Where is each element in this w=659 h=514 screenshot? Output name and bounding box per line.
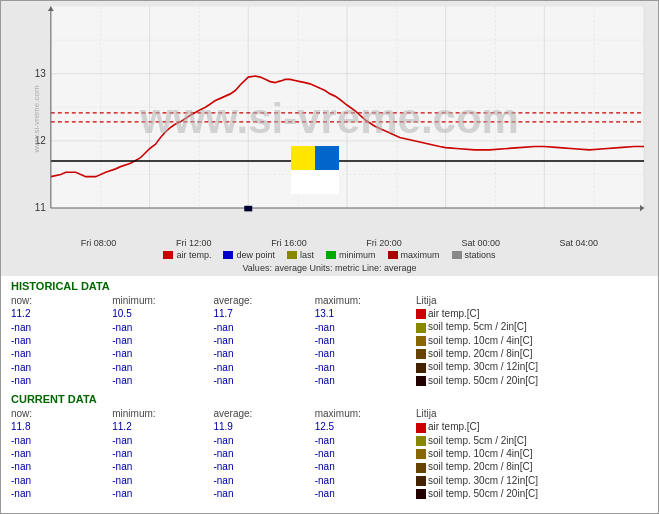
legend-color-last (287, 251, 297, 259)
historical-table: now: minimum: average: maximum: Litija 1… (11, 294, 648, 387)
cell-min: -nan (112, 360, 213, 373)
cell-now: -nan (11, 460, 112, 473)
historical-header-max: maximum: (315, 294, 416, 307)
cell-now: -nan (11, 347, 112, 360)
cell-min: -nan (112, 447, 213, 460)
cell-label: soil temp. 50cm / 20in[C] (416, 487, 648, 500)
cell-max: 12.5 (315, 420, 416, 433)
x-label-2: Fri 16:00 (271, 238, 307, 248)
cell-now: -nan (11, 334, 112, 347)
cell-label: soil temp. 20cm / 8in[C] (416, 460, 648, 473)
legend-air-temp: air temp. (163, 250, 211, 260)
current-header-name: Litija (416, 407, 648, 420)
current-tbody: 11.8 11.2 11.9 12.5 air temp.[C] -nan -n… (11, 420, 648, 500)
legend-dewpoint: dew point (223, 250, 275, 260)
legend-label-airtemp: air temp. (176, 250, 211, 260)
cell-label: soil temp. 20cm / 8in[C] (416, 347, 648, 360)
table-row: -nan -nan -nan -nan soil temp. 10cm / 4i… (11, 334, 648, 347)
current-header-now: now: (11, 407, 112, 420)
table-row: -nan -nan -nan -nan soil temp. 5cm / 2in… (11, 434, 648, 447)
cell-label: soil temp. 5cm / 2in[C] (416, 434, 648, 447)
cell-label: air temp.[C] (416, 420, 648, 433)
cell-min: -nan (112, 374, 213, 387)
cell-max: -nan (315, 474, 416, 487)
legend-row: air temp. dew point last minimum maximum… (1, 249, 658, 262)
svg-rect-31 (291, 146, 315, 170)
cell-label: soil temp. 10cm / 4in[C] (416, 447, 648, 460)
historical-header-now: now: (11, 294, 112, 307)
cell-now: -nan (11, 360, 112, 373)
legend-label-stations: stations (465, 250, 496, 260)
cell-min: -nan (112, 474, 213, 487)
historical-header-name: Litija (416, 294, 648, 307)
legend-last: last (287, 250, 314, 260)
current-table: now: minimum: average: maximum: Litija 1… (11, 407, 648, 500)
table-row: -nan -nan -nan -nan soil temp. 30cm / 12… (11, 360, 648, 373)
legend-color-dewpoint (223, 251, 233, 259)
cell-min: -nan (112, 347, 213, 360)
cell-avg: -nan (213, 474, 314, 487)
cell-now: -nan (11, 474, 112, 487)
historical-header-min: minimum: (112, 294, 213, 307)
legend-label-last: last (300, 250, 314, 260)
x-label-4: Sat 00:00 (461, 238, 500, 248)
cell-label: soil temp. 30cm / 12in[C] (416, 474, 648, 487)
legend-maximum: maximum (388, 250, 440, 260)
cell-avg: -nan (213, 447, 314, 460)
svg-text:11: 11 (35, 201, 46, 214)
table-row: 11.2 10.5 11.7 13.1 air temp.[C] (11, 307, 648, 320)
cell-avg: -nan (213, 320, 314, 333)
legend-color-airtemp (163, 251, 173, 259)
legend-color-maximum (388, 251, 398, 259)
cell-now: -nan (11, 487, 112, 500)
current-header-row: now: minimum: average: maximum: Litija (11, 407, 648, 420)
cell-max: -nan (315, 434, 416, 447)
cell-min: -nan (112, 320, 213, 333)
cell-min: 10.5 (112, 307, 213, 320)
table-row: -nan -nan -nan -nan soil temp. 20cm / 8i… (11, 460, 648, 473)
chart-svg: 13 12 11 (1, 1, 658, 236)
cell-max: -nan (315, 360, 416, 373)
legend-stations: stations (452, 250, 496, 260)
table-row: -nan -nan -nan -nan soil temp. 50cm / 20… (11, 487, 648, 500)
table-row: 11.8 11.2 11.9 12.5 air temp.[C] (11, 420, 648, 433)
cell-now: 11.2 (11, 307, 112, 320)
cell-now: -nan (11, 374, 112, 387)
cell-max: -nan (315, 374, 416, 387)
svg-rect-33 (291, 170, 339, 194)
cell-min: -nan (112, 334, 213, 347)
current-header-min: minimum: (112, 407, 213, 420)
cell-min: 11.2 (112, 420, 213, 433)
historical-section: HISTORICAL DATA now: minimum: average: m… (1, 276, 658, 391)
historical-header-avg: average: (213, 294, 314, 307)
cell-min: -nan (112, 460, 213, 473)
cell-avg: -nan (213, 460, 314, 473)
svg-rect-32 (315, 146, 339, 170)
historical-tbody: 11.2 10.5 11.7 13.1 air temp.[C] -nan -n… (11, 307, 648, 387)
values-text: Values: average Units: metric Line: aver… (243, 263, 417, 273)
cell-avg: 11.7 (213, 307, 314, 320)
cell-avg: -nan (213, 334, 314, 347)
x-label-0: Fri 08:00 (81, 238, 117, 248)
cell-avg: -nan (213, 434, 314, 447)
cell-label: soil temp. 50cm / 20in[C] (416, 374, 648, 387)
cell-avg: 11.9 (213, 420, 314, 433)
si-vreme-label: www.si-vreme.com (32, 85, 41, 152)
historical-header-row: now: minimum: average: maximum: Litija (11, 294, 648, 307)
cell-max: -nan (315, 460, 416, 473)
table-row: -nan -nan -nan -nan soil temp. 50cm / 20… (11, 374, 648, 387)
legend-label-minimum: minimum (339, 250, 376, 260)
cell-now: 11.8 (11, 420, 112, 433)
cell-label: soil temp. 10cm / 4in[C] (416, 334, 648, 347)
axis-labels: Fri 08:00 Fri 12:00 Fri 16:00 Fri 20:00 … (1, 236, 658, 249)
cell-now: -nan (11, 434, 112, 447)
cell-label: soil temp. 30cm / 12in[C] (416, 360, 648, 373)
cell-label: air temp.[C] (416, 307, 648, 320)
table-row: -nan -nan -nan -nan soil temp. 10cm / 4i… (11, 447, 648, 460)
current-title: CURRENT DATA (11, 393, 648, 405)
current-header-avg: average: (213, 407, 314, 420)
logo-overlay (291, 146, 339, 194)
cell-max: -nan (315, 320, 416, 333)
historical-title: HISTORICAL DATA (11, 280, 648, 292)
cell-min: -nan (112, 487, 213, 500)
